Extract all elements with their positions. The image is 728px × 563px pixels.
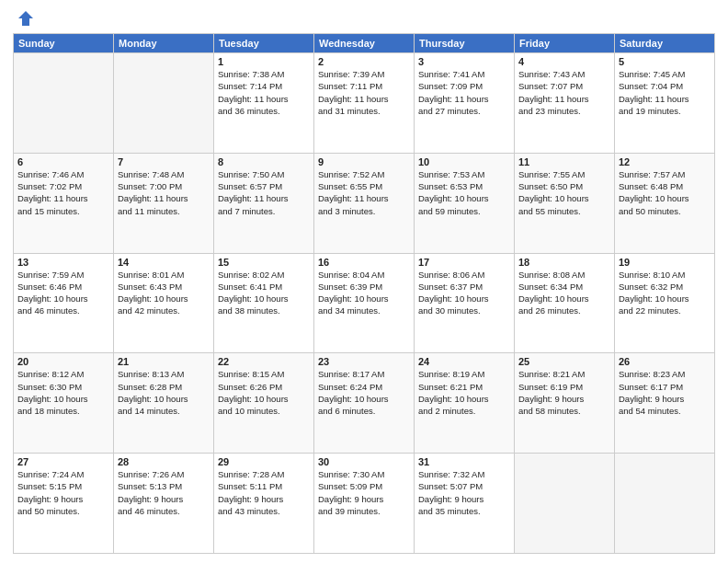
- calendar-cell: [14, 53, 114, 154]
- calendar-cell: 11Sunrise: 7:55 AMSunset: 6:50 PMDayligh…: [515, 153, 615, 253]
- calendar-cell: 10Sunrise: 7:53 AMSunset: 6:53 PMDayligh…: [415, 153, 515, 253]
- day-number: 12: [619, 156, 711, 167]
- calendar-cell: 20Sunrise: 8:12 AMSunset: 6:30 PMDayligh…: [14, 353, 114, 454]
- header: [13, 9, 715, 28]
- day-number: 28: [118, 456, 210, 467]
- day-number: 18: [518, 257, 610, 268]
- calendar-cell: 23Sunrise: 8:17 AMSunset: 6:24 PMDayligh…: [314, 353, 415, 454]
- week-row-5: 27Sunrise: 7:24 AMSunset: 5:15 PMDayligh…: [14, 454, 715, 554]
- day-number: 27: [17, 456, 109, 467]
- day-info: Sunrise: 7:53 AMSunset: 6:53 PMDaylight:…: [418, 168, 510, 217]
- calendar-cell: 3Sunrise: 7:41 AMSunset: 7:09 PMDaylight…: [415, 53, 515, 154]
- calendar-cell: 14Sunrise: 8:01 AMSunset: 6:43 PMDayligh…: [114, 253, 214, 353]
- day-info: Sunrise: 7:48 AMSunset: 7:00 PMDaylight:…: [118, 168, 210, 217]
- day-info: Sunrise: 7:39 AMSunset: 7:11 PMDaylight:…: [318, 68, 410, 117]
- day-info: Sunrise: 8:21 AMSunset: 6:19 PMDaylight:…: [518, 368, 610, 417]
- day-info: Sunrise: 8:06 AMSunset: 6:37 PMDaylight:…: [418, 269, 510, 317]
- day-number: 29: [218, 456, 310, 467]
- day-number: 31: [418, 456, 510, 467]
- calendar-cell: [515, 454, 615, 554]
- day-number: 11: [518, 156, 610, 167]
- day-info: Sunrise: 7:41 AMSunset: 7:09 PMDaylight:…: [418, 68, 510, 117]
- day-info: Sunrise: 8:10 AMSunset: 6:32 PMDaylight:…: [619, 269, 711, 317]
- weekday-header-wednesday: Wednesday: [314, 34, 415, 53]
- day-info: Sunrise: 7:45 AMSunset: 7:04 PMDaylight:…: [619, 68, 711, 117]
- day-info: Sunrise: 8:17 AMSunset: 6:24 PMDaylight:…: [318, 368, 410, 417]
- calendar-cell: 29Sunrise: 7:28 AMSunset: 5:11 PMDayligh…: [214, 454, 314, 554]
- logo: [13, 9, 35, 28]
- day-number: 3: [418, 56, 510, 67]
- week-row-2: 6Sunrise: 7:46 AMSunset: 7:02 PMDaylight…: [14, 153, 715, 253]
- day-number: 23: [318, 356, 410, 367]
- week-row-4: 20Sunrise: 8:12 AMSunset: 6:30 PMDayligh…: [14, 353, 715, 454]
- day-number: 10: [418, 156, 510, 167]
- calendar-cell: 27Sunrise: 7:24 AMSunset: 5:15 PMDayligh…: [14, 454, 114, 554]
- calendar-cell: 26Sunrise: 8:23 AMSunset: 6:17 PMDayligh…: [615, 353, 715, 454]
- day-number: 15: [218, 257, 310, 268]
- day-info: Sunrise: 7:30 AMSunset: 5:09 PMDaylight:…: [318, 468, 410, 517]
- day-info: Sunrise: 7:52 AMSunset: 6:55 PMDaylight:…: [318, 168, 410, 217]
- day-number: 22: [218, 356, 310, 367]
- day-info: Sunrise: 7:43 AMSunset: 7:07 PMDaylight:…: [518, 68, 610, 117]
- day-info: Sunrise: 8:12 AMSunset: 6:30 PMDaylight:…: [17, 368, 109, 417]
- calendar-cell: 6Sunrise: 7:46 AMSunset: 7:02 PMDaylight…: [14, 153, 114, 253]
- day-info: Sunrise: 7:55 AMSunset: 6:50 PMDaylight:…: [518, 168, 610, 217]
- weekday-header-row: SundayMondayTuesdayWednesdayThursdayFrid…: [14, 34, 715, 53]
- day-info: Sunrise: 7:59 AMSunset: 6:46 PMDaylight:…: [17, 269, 109, 317]
- day-number: 5: [619, 56, 711, 67]
- weekday-header-monday: Monday: [114, 34, 214, 53]
- day-number: 14: [118, 257, 210, 268]
- day-info: Sunrise: 8:23 AMSunset: 6:17 PMDaylight:…: [619, 368, 711, 417]
- weekday-header-friday: Friday: [515, 34, 615, 53]
- calendar-cell: 25Sunrise: 8:21 AMSunset: 6:19 PMDayligh…: [515, 353, 615, 454]
- day-number: 21: [118, 356, 210, 367]
- day-number: 7: [118, 156, 210, 167]
- calendar-cell: 12Sunrise: 7:57 AMSunset: 6:48 PMDayligh…: [615, 153, 715, 253]
- day-number: 2: [318, 56, 410, 67]
- day-number: 13: [17, 257, 109, 268]
- calendar-cell: 31Sunrise: 7:32 AMSunset: 5:07 PMDayligh…: [415, 454, 515, 554]
- day-info: Sunrise: 8:19 AMSunset: 6:21 PMDaylight:…: [418, 368, 510, 417]
- week-row-3: 13Sunrise: 7:59 AMSunset: 6:46 PMDayligh…: [14, 253, 715, 353]
- day-info: Sunrise: 8:15 AMSunset: 6:26 PMDaylight:…: [218, 368, 310, 417]
- calendar-cell: 2Sunrise: 7:39 AMSunset: 7:11 PMDaylight…: [314, 53, 415, 154]
- calendar-cell: 7Sunrise: 7:48 AMSunset: 7:00 PMDaylight…: [114, 153, 214, 253]
- day-number: 4: [518, 56, 610, 67]
- day-number: 6: [17, 156, 109, 167]
- page: SundayMondayTuesdayWednesdayThursdayFrid…: [0, 0, 728, 563]
- day-number: 30: [318, 456, 410, 467]
- day-number: 16: [318, 257, 410, 268]
- day-info: Sunrise: 8:01 AMSunset: 6:43 PMDaylight:…: [118, 269, 210, 317]
- logo-icon: [17, 9, 35, 28]
- day-info: Sunrise: 7:32 AMSunset: 5:07 PMDaylight:…: [418, 468, 510, 517]
- day-info: Sunrise: 7:38 AMSunset: 7:14 PMDaylight:…: [218, 68, 310, 117]
- day-number: 25: [518, 356, 610, 367]
- calendar-cell: 15Sunrise: 8:02 AMSunset: 6:41 PMDayligh…: [214, 253, 314, 353]
- day-info: Sunrise: 8:02 AMSunset: 6:41 PMDaylight:…: [218, 269, 310, 317]
- day-info: Sunrise: 8:13 AMSunset: 6:28 PMDaylight:…: [118, 368, 210, 417]
- calendar-cell: 5Sunrise: 7:45 AMSunset: 7:04 PMDaylight…: [615, 53, 715, 154]
- day-info: Sunrise: 7:50 AMSunset: 6:57 PMDaylight:…: [218, 168, 310, 217]
- calendar-cell: 9Sunrise: 7:52 AMSunset: 6:55 PMDaylight…: [314, 153, 415, 253]
- calendar-cell: 24Sunrise: 8:19 AMSunset: 6:21 PMDayligh…: [415, 353, 515, 454]
- weekday-header-thursday: Thursday: [415, 34, 515, 53]
- calendar-cell: [615, 454, 715, 554]
- day-number: 1: [218, 56, 310, 67]
- day-number: 9: [318, 156, 410, 167]
- day-info: Sunrise: 8:08 AMSunset: 6:34 PMDaylight:…: [518, 269, 610, 317]
- day-number: 24: [418, 356, 510, 367]
- logo-area: [13, 9, 35, 28]
- calendar-table: SundayMondayTuesdayWednesdayThursdayFrid…: [13, 33, 715, 554]
- weekday-header-sunday: Sunday: [14, 34, 114, 53]
- calendar-cell: 21Sunrise: 8:13 AMSunset: 6:28 PMDayligh…: [114, 353, 214, 454]
- day-number: 20: [17, 356, 109, 367]
- calendar-cell: 28Sunrise: 7:26 AMSunset: 5:13 PMDayligh…: [114, 454, 214, 554]
- day-number: 26: [619, 356, 711, 367]
- day-info: Sunrise: 7:24 AMSunset: 5:15 PMDaylight:…: [17, 468, 109, 517]
- calendar-cell: 22Sunrise: 8:15 AMSunset: 6:26 PMDayligh…: [214, 353, 314, 454]
- day-info: Sunrise: 8:04 AMSunset: 6:39 PMDaylight:…: [318, 269, 410, 317]
- calendar-cell: 4Sunrise: 7:43 AMSunset: 7:07 PMDaylight…: [515, 53, 615, 154]
- calendar-cell: 17Sunrise: 8:06 AMSunset: 6:37 PMDayligh…: [415, 253, 515, 353]
- day-info: Sunrise: 7:46 AMSunset: 7:02 PMDaylight:…: [17, 168, 109, 217]
- day-number: 19: [619, 257, 711, 268]
